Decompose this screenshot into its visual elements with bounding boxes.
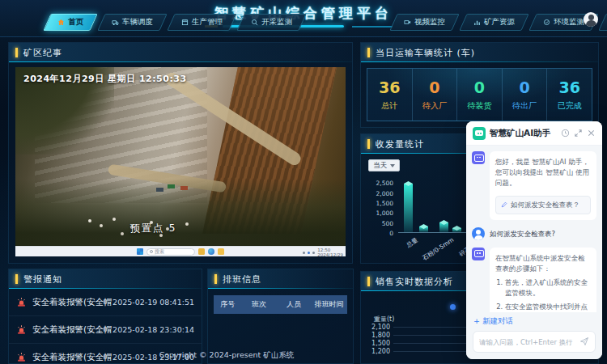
title-accent-bar: [367, 277, 370, 286]
stat-value: 0: [429, 78, 439, 96]
tab-label: 环境监测: [554, 17, 584, 28]
bar: [419, 226, 428, 232]
series-legend-dot: [450, 304, 456, 310]
tab-production-management[interactable]: 生产管理: [171, 14, 233, 31]
new-chat-link[interactable]: + 新建对话: [473, 316, 513, 327]
tab-label: 矿产资源: [484, 17, 515, 28]
bar-total: [404, 184, 413, 232]
alarm-list-item[interactable]: 安全着装报警(安全帽) 2025-02-18 23:30:14: [9, 316, 202, 344]
tab-mineral-resources[interactable]: 矿产资源: [463, 14, 525, 31]
stat-waiting-entry: 0 待入厂: [413, 69, 458, 121]
close-icon[interactable]: [587, 129, 596, 138]
chat-messages: 您好，我是 智慧矿山AI 助手，您可以向我提出 智慧矿山 使用问题。 如何派发安…: [472, 151, 596, 312]
stat-label: 待入厂: [422, 100, 447, 112]
stat-value: 36: [558, 78, 579, 96]
tab-home[interactable]: 首页: [47, 14, 94, 31]
daily-vehicle-stats-panel: 当日运输车辆统计 (车) 36 总计 0 待入厂 0 待装货 0 待出厂 36 …: [360, 42, 599, 128]
y-tick: 500: [369, 220, 393, 227]
white-rocks: [88, 219, 91, 222]
y-tick: 1,000: [369, 210, 393, 217]
search-icon: [150, 250, 153, 253]
column-header: 班次: [242, 299, 277, 310]
y-tick: 2,500: [369, 180, 393, 187]
monitor-icon: [251, 19, 258, 26]
y-axis-label: 重量(t): [374, 315, 394, 324]
bot-avatar-icon: [472, 151, 485, 164]
file-explorer-icon: [198, 248, 205, 255]
siren-icon: [16, 324, 27, 335]
live-video-feed[interactable]: 2024年12月29日 星期日 12:50:33 预置点 5 搜索 12:502…: [15, 67, 346, 256]
panel-title: 矿区纪事: [23, 47, 62, 59]
panel-title: 警报通知: [23, 273, 62, 286]
bar: [439, 222, 448, 232]
user-avatar-icon: [472, 227, 485, 240]
bot-answer: 在智慧矿山系统中派发安全检查表的步骤如下： 首先，进入矿山系统的安全监管模块。 …: [472, 248, 596, 312]
alarm-time: 2025-02-18 23:30:14: [112, 325, 194, 334]
alarm-text: 安全着装报警(安全帽): [32, 297, 112, 308]
send-button[interactable]: [579, 334, 589, 349]
chip-label: 如何派发安全检查表？: [511, 200, 579, 210]
panel-title: 销售实时数据分析: [376, 276, 453, 288]
ai-assistant-title: 智慧矿山AI助手: [490, 128, 561, 139]
siren-icon: [16, 297, 27, 307]
stat-value: 0: [519, 78, 529, 96]
tab-label: 视频监控: [414, 17, 445, 28]
suggested-question-chip[interactable]: 如何派发安全检查表？: [495, 196, 591, 214]
environment-icon: [543, 19, 550, 26]
title-accent-bar: [214, 274, 217, 284]
stat-value: 0: [474, 78, 485, 96]
time-filter-dropdown[interactable]: 当天: [368, 159, 400, 171]
vegetation-bottom: [15, 179, 346, 247]
ai-question-input[interactable]: [479, 338, 579, 346]
tab-label: 车辆调度: [122, 17, 153, 28]
answer-steps: 首先，进入矿山系统的安全监管模块。 在安全监管模块中找到并点击'安全检查'选项。…: [505, 277, 591, 312]
video-datetime-overlay: 2024年12月29日 星期日 12:50:33: [23, 73, 187, 85]
home-icon: [57, 19, 65, 26]
bot-avatar-icon: [472, 248, 485, 260]
ai-assistant-header: 智慧矿山AI助手: [466, 121, 602, 146]
nav-tabs-left: 首页 车辆调度 生产管理 开采监测: [47, 14, 303, 31]
stat-value: 36: [379, 78, 400, 96]
tab-video-surveillance[interactable]: 视频监控: [393, 14, 456, 31]
windows-start-icon: [137, 248, 143, 255]
video-camera-icon: [404, 19, 411, 26]
history-icon[interactable]: [561, 129, 570, 138]
x-label: 石粉/0-5mm: [421, 236, 456, 263]
tab-label: 首页: [68, 17, 83, 28]
taskbar-clock: 12:502024/12/29: [317, 248, 343, 256]
answer-step: 在安全监管模块中找到并点击'安全检查'选项。: [505, 302, 591, 312]
user-avatar[interactable]: [584, 12, 598, 27]
stat-completed: 36 已完成: [547, 69, 592, 121]
y-tick: 1,500: [369, 200, 393, 207]
tray-icon: [308, 252, 310, 254]
folder-icon: [218, 248, 224, 255]
ai-assistant-card: 智慧矿山AI助手 您好，我是 智慧矿山AI 助手，您可以向我提出 智慧矿山 使用…: [466, 121, 602, 359]
dashboard-background: 智慧矿山综合管理平台 首页 车辆调度 生产管理 开采监测: [0, 0, 607, 364]
tab-safety-supervision[interactable]: 安全监管: [602, 14, 607, 31]
nav-tabs-right: 视频监控 矿产资源 环境监测 安全监管: [393, 14, 607, 31]
tab-mining-monitor[interactable]: 开采监测: [240, 14, 303, 31]
stat-label: 待出厂: [512, 100, 537, 112]
alarm-time: 2025-02-19 08:41:51: [112, 298, 194, 307]
stat-total: 36 总计: [367, 69, 413, 121]
x-label: 总量: [405, 236, 419, 250]
tab-label: 生产管理: [192, 17, 223, 28]
answer-intro: 在智慧矿山系统中派发安全检查表的步骤如下：: [495, 254, 585, 273]
machinery: [168, 184, 175, 188]
column-header: 排班时间: [311, 299, 347, 310]
title-accent-bar: [367, 48, 370, 57]
tab-vehicle-dispatch[interactable]: 车辆调度: [101, 14, 163, 31]
user-message: 如何派发安全检查表?: [472, 227, 596, 240]
stat-label: 总计: [381, 100, 397, 112]
alarm-list-item[interactable]: 安全着装报警(安全帽) 2025-02-19 08:41:51: [9, 289, 202, 316]
tray-icon: [303, 252, 305, 254]
panel-title: 收发量统计: [376, 138, 424, 150]
calendar-icon: [181, 19, 189, 26]
truck-icon: [112, 19, 119, 26]
browser-icon: [208, 248, 214, 255]
tab-label: 开采监测: [261, 17, 292, 28]
column-header: 序号: [214, 299, 242, 310]
expand-icon[interactable]: [574, 129, 583, 138]
mine-chronicle-panel: 矿区纪事 2024年12月29日 星期日 12:50:33 预置点 5 搜索: [8, 42, 353, 264]
top-header: 智慧矿山综合管理平台 首页 车辆调度 生产管理 开采监测: [0, 0, 607, 37]
